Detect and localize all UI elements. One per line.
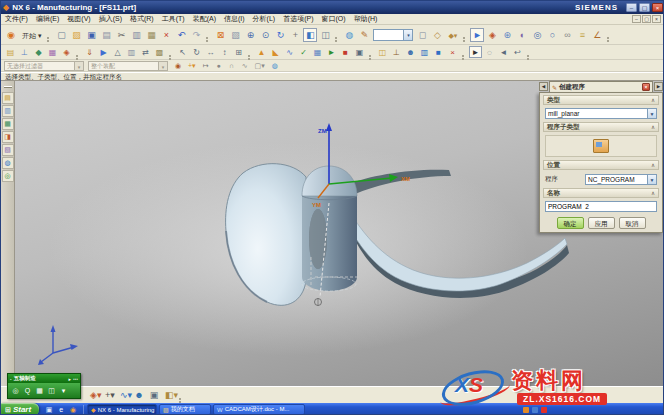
five-axis-icon[interactable]: ▲ xyxy=(255,46,268,58)
start-button[interactable]: ⊞ Start xyxy=(1,403,39,415)
restore-icon[interactable]: ▢ xyxy=(639,3,650,12)
taskbar-task-word-doc[interactable]: W CADCAM设计.doc - M... xyxy=(213,404,305,415)
palette-title-bar[interactable]: · 五轴制造 ▸ ⋯ xyxy=(8,374,80,383)
tab-create-program[interactable]: ✎ 创建程序 × xyxy=(549,81,653,92)
preferences-icon[interactable]: ⊛ xyxy=(500,28,514,42)
five-axis-palette[interactable]: · 五轴制造 ▸ ⋯ ◎Q▦◫▾ xyxy=(7,373,81,399)
menu-item[interactable]: 工具(T) xyxy=(162,14,185,24)
print-icon[interactable]: ▤ xyxy=(99,28,113,42)
select-back-icon[interactable]: ◄ xyxy=(497,46,510,58)
edit-section-icon[interactable]: ✎ xyxy=(357,28,371,42)
trimetric-view-icon[interactable]: ◆▾ xyxy=(445,28,460,42)
menu-item[interactable]: 编辑(E) xyxy=(36,14,59,24)
program-subtype-icon[interactable] xyxy=(593,139,609,153)
tilt-tool-axis-icon[interactable]: ◣ xyxy=(269,46,282,58)
list-toolpath-icon[interactable]: ▥ xyxy=(125,46,138,58)
wcs-globe-icon[interactable]: ◍ xyxy=(269,60,281,71)
menu-item[interactable]: 文件(F) xyxy=(5,14,28,24)
reuse-library-icon[interactable]: ◨ xyxy=(2,131,14,143)
taskbar-task-documents[interactable]: ▨ 我的文档 xyxy=(159,404,211,415)
child-minimize-icon[interactable]: – xyxy=(632,15,641,23)
create-method-icon[interactable]: ▦ xyxy=(46,46,59,58)
hd3d-tools-icon[interactable]: ▧ xyxy=(2,144,14,156)
program-name-input[interactable] xyxy=(545,201,657,212)
point-constructor-icon[interactable]: +▾ xyxy=(102,388,116,402)
object-transform-icon[interactable]: ↖ xyxy=(176,46,189,58)
perspective-view-icon[interactable]: ◍ xyxy=(342,28,356,42)
snap-handle-icon[interactable]: ► xyxy=(470,28,484,42)
isometric-view-icon[interactable]: ◇ xyxy=(430,28,444,42)
new-file-icon[interactable]: ▢ xyxy=(54,28,68,42)
constraint-navigator-icon[interactable]: ▥ xyxy=(2,105,14,117)
simulate-icon[interactable]: △ xyxy=(111,46,124,58)
save-icon[interactable]: ▣ xyxy=(84,28,98,42)
redo-icon[interactable]: ↷ xyxy=(189,28,203,42)
shaded-view-icon[interactable]: ◧ xyxy=(303,28,317,42)
layer-settings-icon[interactable]: ◎ xyxy=(530,28,544,42)
create-program-icon[interactable]: ▤ xyxy=(4,46,17,58)
avatar-icon[interactable]: ☻ xyxy=(132,388,146,402)
show-hide-icon[interactable]: ◐ xyxy=(515,28,529,42)
tool-library-icon[interactable]: ⊥ xyxy=(390,46,403,58)
selection-scope-combo[interactable]: 整个装配 ▾ xyxy=(88,61,168,71)
wcs-display-icon[interactable]: ≡ xyxy=(575,28,589,42)
monitor-icon[interactable]: ▣ xyxy=(147,388,161,402)
stock-icon[interactable]: ■ xyxy=(432,46,445,58)
tab-scroll-right-icon[interactable]: ▶ xyxy=(654,82,663,91)
selection-filter-combo[interactable]: 无选择过滤器 ▾ xyxy=(4,61,84,71)
graphics-viewport[interactable]: XM YM ZM ◀ ✎ 创建程序 × ▶ xyxy=(15,81,664,386)
graph-icon[interactable]: ∿ xyxy=(283,46,296,58)
menu-item[interactable]: 帮助(H) xyxy=(354,14,378,24)
collapse-icon[interactable]: ∧ xyxy=(651,97,655,103)
program-dropdown[interactable]: NC_PROGRAM ▼ xyxy=(585,174,657,185)
operator-icon[interactable]: ☻ xyxy=(404,46,417,58)
rect-select-icon[interactable]: ▢▾ xyxy=(252,60,268,71)
menu-item[interactable]: 窗口(O) xyxy=(322,14,346,24)
view-combo[interactable]: ▾ xyxy=(373,29,413,41)
menu-item[interactable]: 装配(A) xyxy=(193,14,216,24)
subtype-section-header[interactable]: 程序子类型 ∧ xyxy=(543,122,659,132)
curve-rule-icon[interactable]: ∿▾ xyxy=(117,388,131,402)
zoom-window-icon[interactable]: ▧ xyxy=(228,28,242,42)
propeller-model[interactable] xyxy=(226,164,569,306)
flag-icon[interactable]: ► xyxy=(325,46,338,58)
check-geometry-icon[interactable]: ✓ xyxy=(297,46,310,58)
manual-icon[interactable]: ▥ xyxy=(418,46,431,58)
history-icon[interactable]: ◎ xyxy=(2,170,14,182)
pan-view-icon[interactable]: + xyxy=(288,28,302,42)
front-view-icon[interactable]: ◻ xyxy=(415,28,429,42)
part-navigator-icon[interactable]: ▦ xyxy=(2,118,14,130)
resource-bar-grip[interactable] xyxy=(4,86,12,88)
palette-caret-icon[interactable]: ▾ xyxy=(58,385,69,396)
type-section-header[interactable]: 类型 ∧ xyxy=(543,95,659,105)
target-icon[interactable]: ◎ xyxy=(10,385,21,396)
node-display-icon[interactable]: ◈ xyxy=(485,28,499,42)
cancel-button[interactable]: 取消 xyxy=(619,217,646,229)
taskbar-task-nx[interactable]: ◆ NX 6 - Manufacturing ... xyxy=(87,404,157,415)
child-restore-icon[interactable]: ▢ xyxy=(642,15,651,23)
machine-icon[interactable]: ■ xyxy=(339,46,352,58)
start-app-menu[interactable]: 开始 ▾ xyxy=(19,28,44,42)
select-filter-icon[interactable]: ► xyxy=(469,46,482,58)
chevron-down-icon[interactable]: ▾ xyxy=(158,62,167,70)
search-icon[interactable]: Q xyxy=(22,385,33,396)
endpoint-snap-icon[interactable]: ↦ xyxy=(200,60,212,71)
close-icon[interactable]: × xyxy=(652,3,663,12)
zoom-in-icon[interactable]: ⊕ xyxy=(243,28,257,42)
type-dropdown[interactable]: mill_planar ▼ xyxy=(545,108,657,119)
cluster-icon[interactable]: ◫ xyxy=(46,385,57,396)
ok-button[interactable]: 确定 xyxy=(557,217,584,229)
table-icon[interactable]: ▦ xyxy=(311,46,324,58)
menu-item[interactable]: 分析(L) xyxy=(253,14,276,24)
dialog-close-icon[interactable]: × xyxy=(642,83,650,91)
menu-item[interactable]: 格式(R) xyxy=(130,14,154,24)
rotate-view-icon[interactable]: ↻ xyxy=(273,28,287,42)
show-desktop-icon[interactable]: ▣ xyxy=(44,405,54,415)
collapse-icon[interactable]: ∧ xyxy=(651,124,655,130)
grid-icon[interactable]: ▦ xyxy=(34,385,45,396)
minimize-icon[interactable]: – xyxy=(626,3,637,12)
palette-expand-icon[interactable]: ▸ xyxy=(68,376,71,382)
menu-item[interactable]: 首选项(P) xyxy=(283,14,313,24)
fit-view-icon[interactable]: ⊠ xyxy=(213,28,227,42)
create-geometry-icon[interactable]: ◆ xyxy=(32,46,45,58)
